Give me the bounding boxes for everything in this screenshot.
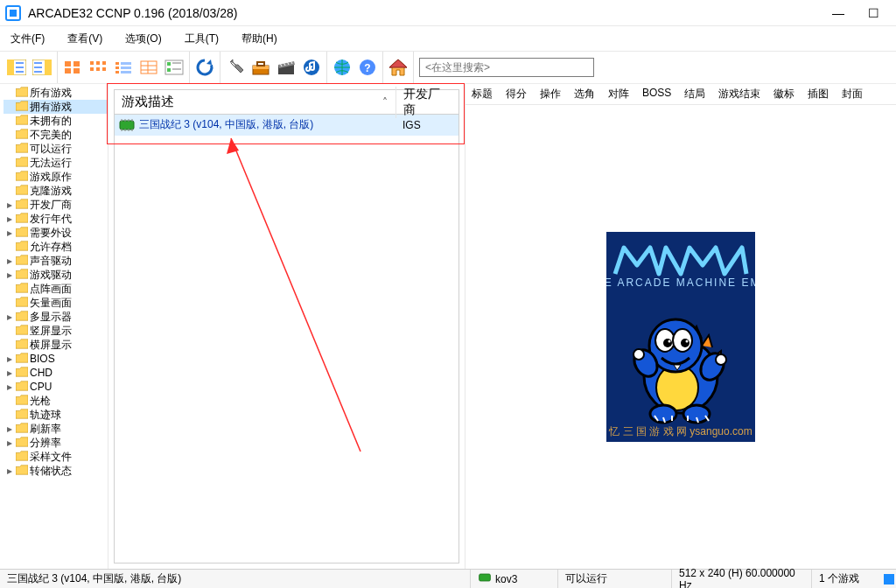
tree-label: 允许存档 — [30, 240, 72, 255]
preview-tab[interactable]: 游戏结束 — [712, 84, 767, 104]
tree-item[interactable]: 矢量画面 — [4, 296, 108, 310]
folder-icon — [16, 269, 28, 282]
tree-item[interactable]: ▸转储状态 — [4, 464, 108, 478]
preview-tabs[interactable]: 标题得分操作选角对阵BOSS结局游戏结束徽标插图封面 — [466, 84, 896, 105]
tree-item[interactable]: 采样文件 — [4, 450, 108, 464]
tools-toolbox-button[interactable] — [248, 55, 273, 80]
expand-icon[interactable]: ▸ — [5, 256, 14, 265]
tree-item[interactable]: ▸刷新率 — [4, 422, 108, 436]
tree-item[interactable]: ▸CPU — [4, 380, 108, 394]
tree-item[interactable]: 未拥有的 — [4, 114, 108, 128]
view-large-icons-button[interactable] — [60, 55, 85, 80]
expand-icon[interactable]: ▸ — [5, 424, 14, 433]
expand-icon[interactable]: ▸ — [5, 200, 14, 209]
tree-label: 轨迹球 — [30, 408, 61, 423]
expand-icon[interactable]: ▸ — [5, 228, 14, 237]
tree-item[interactable]: 无法运行 — [4, 156, 108, 170]
tree-item[interactable]: ▸声音驱动 — [4, 254, 108, 268]
view-grouped-button[interactable] — [162, 55, 186, 80]
tree-item[interactable]: 可以运行 — [4, 142, 108, 156]
game-list[interactable]: 游戏描述 ˄ 开发厂商 三国战纪 3 (v104, 中国版, 港版, 台版) I… — [114, 89, 459, 564]
expand-icon[interactable]: ▸ — [5, 354, 14, 363]
tree-item[interactable]: 横屏显示 — [4, 338, 108, 352]
tree-item[interactable]: ▸需要外设 — [4, 226, 108, 240]
menu-tools[interactable]: 工具(T) — [179, 29, 224, 49]
tools-wrench-button[interactable] — [223, 55, 248, 80]
view-small-icons-button[interactable] — [86, 55, 110, 80]
folder-icon — [16, 311, 28, 324]
preview-tab[interactable]: 徽标 — [767, 84, 802, 104]
list-header[interactable]: 游戏描述 ˄ 开发厂商 — [115, 90, 458, 115]
menu-options[interactable]: 选项(O) — [120, 29, 166, 49]
tree-item[interactable]: 不完美的 — [4, 128, 108, 142]
tree-label: 需要外设 — [30, 226, 72, 241]
expand-icon[interactable]: ▸ — [5, 438, 14, 447]
list-row[interactable]: 三国战纪 3 (v104, 中国版, 港版, 台版) IGS — [115, 115, 458, 136]
layout-left-button[interactable] — [4, 55, 29, 80]
tree-label: 未拥有的 — [30, 114, 72, 129]
expand-icon[interactable]: ▸ — [5, 466, 14, 475]
tree-item[interactable]: ▸BIOS — [4, 352, 108, 366]
preview-tab[interactable]: 操作 — [534, 84, 568, 104]
tree-item[interactable]: ▸发行年代 — [4, 212, 108, 226]
tree-item[interactable]: 竖屏显示 — [4, 324, 108, 338]
svg-point-65 — [668, 340, 671, 343]
tree-item[interactable]: ▸开发厂商 — [4, 198, 108, 212]
svg-rect-74 — [480, 574, 491, 581]
tree-spacer — [5, 410, 14, 419]
tree-item[interactable]: 所有游戏 — [4, 86, 108, 100]
window-title: ARCADE32 CCNP 0.196 (2018/03/28) — [28, 6, 821, 20]
menu-file[interactable]: 文件(F) — [5, 29, 50, 49]
column-developer[interactable]: 开发厂商 — [396, 87, 458, 118]
folder-icon — [16, 185, 28, 198]
tree-item[interactable]: 游戏原作 — [4, 170, 108, 184]
menu-help[interactable]: 帮助(H) — [236, 29, 283, 49]
help-button[interactable]: ? — [355, 55, 380, 80]
folder-icon — [16, 157, 28, 170]
expand-icon[interactable]: ▸ — [5, 368, 14, 377]
refresh-button[interactable] — [192, 55, 217, 80]
preview-tab[interactable]: 得分 — [500, 84, 534, 104]
preview-tab[interactable]: 封面 — [836, 84, 870, 104]
tree-item[interactable]: ▸分辨率 — [4, 436, 108, 450]
maximize-button[interactable]: ☐ — [856, 3, 891, 24]
preview-tab[interactable]: 标题 — [466, 84, 500, 104]
preview-tab[interactable]: 对阵 — [602, 84, 636, 104]
category-tree[interactable]: 所有游戏拥有游戏未拥有的不完美的可以运行无法运行游戏原作克隆游戏▸开发厂商▸发行… — [0, 84, 108, 569]
tree-item[interactable]: 克隆游戏 — [4, 184, 108, 198]
preview-tab[interactable]: BOSS — [636, 84, 678, 104]
preview-tab[interactable]: 结局 — [678, 84, 712, 104]
svg-rect-13 — [74, 61, 80, 66]
expand-icon[interactable]: ▸ — [5, 270, 14, 279]
column-description[interactable]: 游戏描述 — [115, 94, 374, 110]
search-input[interactable] — [419, 58, 594, 77]
svg-rect-21 — [102, 67, 106, 71]
svg-rect-23 — [121, 62, 131, 65]
tree-item[interactable]: ▸游戏驱动 — [4, 268, 108, 282]
layout-right-button[interactable] — [30, 55, 54, 80]
tree-item[interactable]: 点阵画面 — [4, 282, 108, 296]
tree-item[interactable]: 拥有游戏 — [4, 100, 108, 114]
expand-icon[interactable]: ▸ — [5, 382, 14, 391]
tree-item[interactable]: 轨迹球 — [4, 408, 108, 422]
tools-music-button[interactable] — [299, 55, 324, 80]
tree-item[interactable]: ▸CHD — [4, 366, 108, 380]
tree-item[interactable]: ▸多显示器 — [4, 310, 108, 324]
svg-rect-17 — [96, 61, 100, 65]
tools-clapper-button[interactable] — [274, 55, 298, 80]
preview-tab[interactable]: 插图 — [802, 84, 836, 104]
preview-tab[interactable]: 选角 — [568, 84, 602, 104]
svg-rect-19 — [90, 67, 94, 71]
home-button[interactable] — [386, 55, 410, 80]
search-box[interactable] — [419, 58, 594, 77]
view-detail-button[interactable] — [136, 55, 161, 80]
menu-view[interactable]: 查看(V) — [62, 29, 108, 49]
tree-item[interactable]: 光枪 — [4, 394, 108, 408]
expand-icon[interactable]: ▸ — [5, 312, 14, 321]
expand-icon[interactable]: ▸ — [5, 214, 14, 223]
tree-item[interactable]: 允许存档 — [4, 240, 108, 254]
view-list-button[interactable] — [111, 55, 136, 80]
minimize-button[interactable]: — — [821, 3, 856, 24]
tree-spacer — [5, 116, 14, 125]
web-button[interactable] — [330, 55, 354, 80]
